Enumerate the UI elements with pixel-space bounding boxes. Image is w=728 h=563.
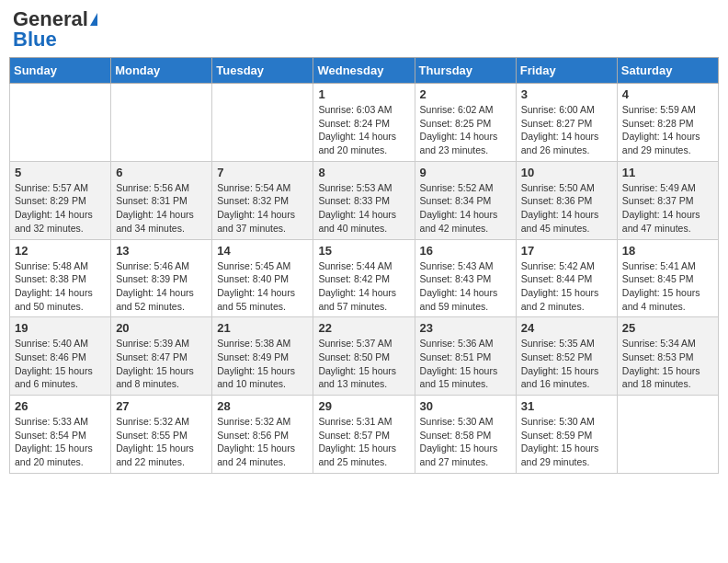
- day-number: 15: [318, 244, 409, 258]
- day-info: Sunrise: 5:34 AMSunset: 8:53 PMDaylight:…: [622, 337, 713, 391]
- day-info: Sunrise: 6:02 AMSunset: 8:25 PMDaylight:…: [420, 103, 511, 157]
- day-number: 26: [15, 399, 106, 413]
- calendar-cell: [10, 84, 111, 162]
- logo-blue-text: Blue: [13, 29, 57, 50]
- day-number: 6: [116, 166, 207, 179]
- weekday-header-sunday: Sunday: [10, 58, 111, 84]
- calendar-cell: 3Sunrise: 6:00 AMSunset: 8:27 PMDaylight…: [516, 84, 617, 162]
- calendar-cell: 31Sunrise: 5:30 AMSunset: 8:59 PMDayligh…: [516, 396, 617, 474]
- calendar-cell: 28Sunrise: 5:32 AMSunset: 8:56 PMDayligh…: [212, 396, 313, 474]
- calendar-cell: 23Sunrise: 5:36 AMSunset: 8:51 PMDayligh…: [415, 317, 516, 396]
- day-info: Sunrise: 5:33 AMSunset: 8:54 PMDaylight:…: [15, 415, 106, 469]
- day-number: 17: [521, 244, 612, 258]
- day-number: 22: [318, 321, 409, 335]
- day-number: 10: [521, 166, 612, 179]
- calendar-cell: 12Sunrise: 5:48 AMSunset: 8:38 PMDayligh…: [10, 239, 111, 317]
- day-number: 31: [521, 399, 612, 413]
- calendar-cell: 24Sunrise: 5:35 AMSunset: 8:52 PMDayligh…: [516, 317, 617, 396]
- day-info: Sunrise: 5:48 AMSunset: 8:38 PMDaylight:…: [15, 259, 106, 314]
- calendar-week-2: 5Sunrise: 5:57 AMSunset: 8:29 PMDaylight…: [10, 161, 719, 239]
- calendar-cell: 17Sunrise: 5:42 AMSunset: 8:44 PMDayligh…: [516, 239, 617, 317]
- day-number: 21: [217, 321, 308, 335]
- day-info: Sunrise: 5:32 AMSunset: 8:55 PMDaylight:…: [116, 415, 207, 469]
- day-info: Sunrise: 5:41 AMSunset: 8:45 PMDaylight:…: [622, 259, 713, 314]
- calendar-week-3: 12Sunrise: 5:48 AMSunset: 8:38 PMDayligh…: [10, 239, 719, 317]
- calendar-cell: 10Sunrise: 5:50 AMSunset: 8:36 PMDayligh…: [516, 161, 617, 239]
- day-number: 23: [420, 321, 511, 335]
- calendar-cell: 14Sunrise: 5:45 AMSunset: 8:40 PMDayligh…: [212, 239, 313, 317]
- day-number: 13: [116, 244, 207, 258]
- day-number: 25: [622, 321, 713, 335]
- calendar-cell: 2Sunrise: 6:02 AMSunset: 8:25 PMDaylight…: [415, 84, 516, 162]
- day-number: 2: [420, 87, 511, 101]
- day-info: Sunrise: 5:35 AMSunset: 8:52 PMDaylight:…: [521, 337, 612, 391]
- day-number: 8: [318, 166, 409, 179]
- day-number: 24: [521, 321, 612, 335]
- day-info: Sunrise: 5:39 AMSunset: 8:47 PMDaylight:…: [116, 337, 207, 391]
- calendar-cell: [111, 84, 212, 162]
- calendar-cell: 11Sunrise: 5:49 AMSunset: 8:37 PMDayligh…: [617, 161, 718, 239]
- calendar-cell: 25Sunrise: 5:34 AMSunset: 8:53 PMDayligh…: [617, 317, 718, 396]
- day-number: 4: [622, 87, 713, 101]
- day-number: 29: [318, 399, 409, 413]
- day-info: Sunrise: 6:00 AMSunset: 8:27 PMDaylight:…: [521, 103, 612, 157]
- calendar-cell: 7Sunrise: 5:54 AMSunset: 8:32 PMDaylight…: [212, 161, 313, 239]
- calendar-cell: 9Sunrise: 5:52 AMSunset: 8:34 PMDaylight…: [415, 161, 516, 239]
- day-info: Sunrise: 5:30 AMSunset: 8:59 PMDaylight:…: [521, 415, 612, 469]
- calendar-cell: 5Sunrise: 5:57 AMSunset: 8:29 PMDaylight…: [10, 161, 111, 239]
- day-number: 19: [15, 321, 106, 335]
- day-number: 1: [318, 87, 409, 101]
- day-number: 14: [217, 244, 308, 258]
- logo-icon: [90, 13, 97, 26]
- day-info: Sunrise: 5:45 AMSunset: 8:40 PMDaylight:…: [217, 259, 308, 314]
- calendar-week-1: 1Sunrise: 6:03 AMSunset: 8:24 PMDaylight…: [10, 84, 719, 162]
- day-number: 20: [116, 321, 207, 335]
- day-number: 7: [217, 166, 308, 179]
- calendar-cell: 16Sunrise: 5:43 AMSunset: 8:43 PMDayligh…: [415, 239, 516, 317]
- calendar-table: SundayMondayTuesdayWednesdayThursdayFrid…: [9, 57, 719, 474]
- weekday-header-thursday: Thursday: [415, 58, 516, 84]
- day-info: Sunrise: 5:52 AMSunset: 8:34 PMDaylight:…: [420, 181, 511, 236]
- day-number: 5: [15, 166, 106, 179]
- day-info: Sunrise: 5:49 AMSunset: 8:37 PMDaylight:…: [622, 181, 713, 236]
- day-info: Sunrise: 5:32 AMSunset: 8:56 PMDaylight:…: [217, 415, 308, 469]
- page-header: General Blue: [9, 9, 719, 50]
- day-info: Sunrise: 5:59 AMSunset: 8:28 PMDaylight:…: [622, 103, 713, 157]
- calendar-week-4: 19Sunrise: 5:40 AMSunset: 8:46 PMDayligh…: [10, 317, 719, 396]
- calendar-cell: 15Sunrise: 5:44 AMSunset: 8:42 PMDayligh…: [313, 239, 415, 317]
- day-info: Sunrise: 5:43 AMSunset: 8:43 PMDaylight:…: [420, 259, 511, 314]
- logo-general-text: General: [13, 9, 88, 29]
- day-info: Sunrise: 5:42 AMSunset: 8:44 PMDaylight:…: [521, 259, 612, 314]
- logo: General Blue: [13, 9, 97, 50]
- day-number: 3: [521, 87, 612, 101]
- day-number: 30: [420, 399, 511, 413]
- day-info: Sunrise: 6:03 AMSunset: 8:24 PMDaylight:…: [318, 103, 409, 157]
- day-info: Sunrise: 5:38 AMSunset: 8:49 PMDaylight:…: [217, 337, 308, 391]
- calendar-cell: 1Sunrise: 6:03 AMSunset: 8:24 PMDaylight…: [313, 84, 415, 162]
- day-info: Sunrise: 5:53 AMSunset: 8:33 PMDaylight:…: [318, 181, 409, 236]
- day-info: Sunrise: 5:37 AMSunset: 8:50 PMDaylight:…: [318, 337, 409, 391]
- day-number: 11: [622, 166, 713, 179]
- calendar-cell: 22Sunrise: 5:37 AMSunset: 8:50 PMDayligh…: [313, 317, 415, 396]
- day-info: Sunrise: 5:31 AMSunset: 8:57 PMDaylight:…: [318, 415, 409, 469]
- calendar-cell: 8Sunrise: 5:53 AMSunset: 8:33 PMDaylight…: [313, 161, 415, 239]
- calendar-cell: 20Sunrise: 5:39 AMSunset: 8:47 PMDayligh…: [111, 317, 212, 396]
- calendar-cell: 21Sunrise: 5:38 AMSunset: 8:49 PMDayligh…: [212, 317, 313, 396]
- day-info: Sunrise: 5:36 AMSunset: 8:51 PMDaylight:…: [420, 337, 511, 391]
- day-number: 9: [420, 166, 511, 179]
- calendar-week-5: 26Sunrise: 5:33 AMSunset: 8:54 PMDayligh…: [10, 396, 719, 474]
- calendar-cell: [212, 84, 313, 162]
- weekday-header-wednesday: Wednesday: [313, 58, 415, 84]
- calendar-cell: 13Sunrise: 5:46 AMSunset: 8:39 PMDayligh…: [111, 239, 212, 317]
- day-number: 28: [217, 399, 308, 413]
- weekday-header-saturday: Saturday: [617, 58, 718, 84]
- calendar-cell: 26Sunrise: 5:33 AMSunset: 8:54 PMDayligh…: [10, 396, 111, 474]
- day-number: 16: [420, 244, 511, 258]
- day-number: 27: [116, 399, 207, 413]
- calendar-cell: 19Sunrise: 5:40 AMSunset: 8:46 PMDayligh…: [10, 317, 111, 396]
- weekday-header-friday: Friday: [516, 58, 617, 84]
- day-info: Sunrise: 5:30 AMSunset: 8:58 PMDaylight:…: [420, 415, 511, 469]
- day-info: Sunrise: 5:44 AMSunset: 8:42 PMDaylight:…: [318, 259, 409, 314]
- day-info: Sunrise: 5:40 AMSunset: 8:46 PMDaylight:…: [15, 337, 106, 391]
- day-info: Sunrise: 5:57 AMSunset: 8:29 PMDaylight:…: [15, 181, 106, 236]
